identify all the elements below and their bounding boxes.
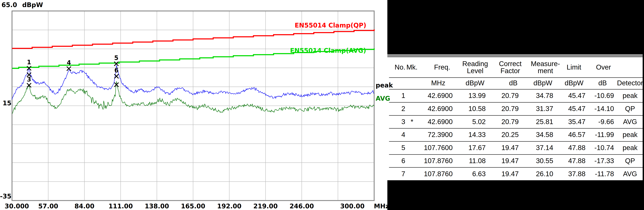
table-header-measurement: Measure- [531,60,560,68]
table-cell-no-row6: 6 [401,157,405,165]
x-tick-label-219.00: 219.00 [253,202,278,210]
table-cell-detector-row1: peak [622,91,638,100]
marker-x-7 [114,83,118,87]
marker-label-1: 1 [27,59,31,66]
table-double-rule [387,57,644,57]
table-cell-reading-row4: 14.33 [468,131,486,139]
table-cell-measurement-row4: 34.58 [536,131,553,139]
table-cell-no-row3: 3 [401,118,405,126]
table-cell-freq-row6: 107.8760 [424,157,453,165]
table-cell-no-row7: 7 [401,170,405,178]
table-cell-measurement-row6: 30.55 [536,157,553,165]
y-axis-max-label: 65.0 [2,1,17,9]
limit-line-qp-label: EN55014 Clamp(QP) [295,22,366,29]
table-cell-freq-row7: 107.8760 [424,170,453,178]
table-header-correct: Correct [499,60,522,68]
table-cell-over-row3: -9.66 [598,118,614,126]
table-double-rule [387,55,644,56]
table-cell-reading-row6: 11.08 [469,157,486,165]
table-row-separator [389,167,644,168]
x-tick-label-246.00: 246.00 [290,202,314,210]
table-cell-reading-row1: 13.99 [468,91,486,100]
table-cell-detector-row3: AVG [623,118,637,126]
table-cell-over-row4: -11.99 [595,131,614,139]
table-cell-limit-row6: 47.88 [568,157,586,165]
marker-label-3: 3 [27,76,31,83]
table-unit-reading: dBpW [466,79,484,87]
emission-spectrum-chart: 13456 [0,0,390,210]
table-unit-limit: dBpW [564,79,583,87]
table-cell-over-row7: -11.78 [595,170,614,178]
table-unit-measurement: dBpW [534,79,552,87]
marker-label-6: 6 [114,67,118,74]
table-header-correct: Factor [500,67,520,75]
table-cell-reading-row3: 5.02 [472,118,486,126]
table-cell-correct-row2: 20.79 [502,105,519,113]
table-cell-no-row5: 5 [401,144,405,152]
table-cell-over-row1: -10.69 [594,91,614,100]
table-cell-limit-row3: 35.47 [568,118,586,126]
table-cell-limit-row2: 45.47 [568,105,586,113]
table-header-mk: Mk. [406,63,418,71]
table-unit-detector: Detector [617,79,643,87]
x-tick-label-84.00: 84.00 [74,202,94,210]
table-cell-no-row2: 2 [401,105,405,113]
table-cell-detector-row4: peak [622,131,638,139]
table-cell-over-row5: -10.74 [594,144,614,152]
table-header-reading: Level [467,67,484,75]
table-header-freq: Freq. [434,63,450,71]
table-unit-correct: dB [509,79,518,87]
table-cell-measurement-row1: 34.78 [536,91,553,100]
table-cell-detector-row2: QP [625,105,635,113]
x-tick-label-57.00: 57.00 [38,202,58,210]
marker-label-5: 5 [114,54,118,61]
table-row-separator [389,154,644,155]
table-row-separator [389,102,644,103]
x-tick-label-192.00: 192.00 [217,202,242,210]
table-header-no: No. [394,63,405,71]
table-row-separator [389,115,644,116]
table-header-over: Over [596,63,611,71]
table-cell-over-row6: -17.33 [594,157,614,165]
table-row-separator [389,77,644,78]
table-header-reading: Reading [462,60,488,68]
table-cell-reading-row7: 6.63 [472,170,486,178]
table-unit-over: dB [598,79,607,87]
right-edge-black-strip [643,0,644,210]
table-cell-limit-row7: 37.88 [568,170,586,178]
x-tick-label-300.00: 300.00 [340,202,364,210]
table-cell-correct-row3: 20.79 [502,118,519,126]
table-cell-freq-row5: 107.7600 [424,144,453,152]
limit-line-avg-label: EN55014 Clamp(AVG) [290,47,366,54]
table-cell-freq-row1: 42.6900 [428,91,453,100]
table-cell-reading-row2: 10.58 [468,105,486,113]
table-bottom-black-panel [387,180,644,210]
table-cell-no-row4: 4 [401,131,405,139]
table-cell-limit-row5: 47.88 [568,144,586,152]
x-tick-label-138.00: 138.00 [145,202,169,210]
table-cell-freq-row4: 72.3900 [428,131,453,139]
emc-measurement-report: 13456 65.0 dBpW 15 -35 MHz EN55014 Clamp… [0,0,644,210]
y-axis-unit-label: dBpW [22,1,43,9]
table-cell-freq-row3: 42.6900 [428,118,453,126]
x-tick-label-30.000: 30.000 [5,202,29,210]
table-row-separator [389,141,644,142]
table-cell-measurement-row7: 26.10 [536,170,553,178]
table-cell-reading-row5: 17.67 [468,144,486,152]
table-top-black-panel [387,0,644,55]
x-tick-label-111.00: 111.00 [108,202,133,210]
marker-x-4 [67,67,71,71]
table-cell-limit-row4: 46.57 [568,131,586,139]
table-row-separator [389,89,644,90]
table-cell-correct-row4: 20.25 [502,131,519,139]
table-cell-correct-row6: 19.47 [502,157,519,165]
table-cell-measurement-row5: 37.14 [536,144,553,152]
table-row-separator [389,128,644,129]
table-cell-freq-row2: 42.6900 [428,105,453,113]
table-cell-limit-row1: 45.47 [568,91,586,100]
x-tick-label-165.00: 165.00 [181,202,205,210]
x-axis-unit-label: MHz [374,202,389,210]
table-cell-mk-row3: * [410,118,413,126]
avg-trace-label: AVG [376,95,390,102]
table-cell-correct-row1: 20.79 [502,91,519,100]
